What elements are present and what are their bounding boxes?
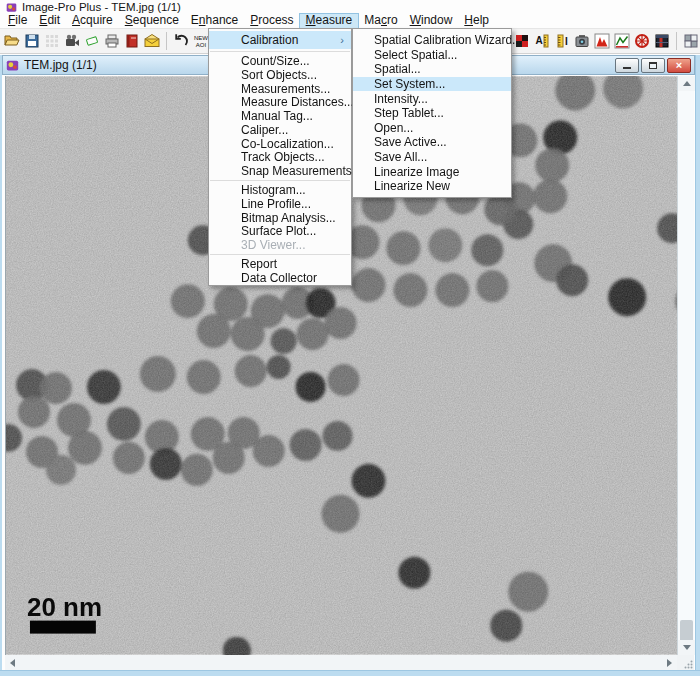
menubar-item-edit[interactable]: Edit (33, 14, 66, 28)
measure-menu-item-calibration[interactable]: Calibration› (209, 31, 351, 49)
calibration-submenu-item-step-tablet[interactable]: Step Tablet... (353, 106, 511, 121)
calibration-submenu-item-save-all[interactable]: Save All... (353, 150, 511, 165)
red-book-icon (124, 33, 140, 49)
measure-menu-item-line-profile[interactable]: Line Profile... (209, 197, 351, 211)
measure-menu-item-surface-plot[interactable]: Surface Plot... (209, 225, 351, 239)
grid-icon (44, 33, 60, 49)
app-window: Image-Pro Plus - TEM.jpg (1/1) FileEditA… (0, 0, 700, 676)
red-wheel-icon (634, 33, 650, 49)
calibration-submenu: Spatial Calibration Wizard...Select Spat… (352, 28, 512, 198)
app-titlebar: Image-Pro Plus - TEM.jpg (1/1) (0, 0, 700, 14)
calibration-submenu-item-spatial-calibration-wizard[interactable]: Spatial Calibration Wizard... (353, 33, 511, 48)
menubar-item-window[interactable]: Window (404, 14, 459, 28)
calibration-submenu-item-label: Linearize New (374, 179, 450, 193)
toolbar-right-group: AI (513, 31, 700, 51)
count-camera-button[interactable] (573, 31, 591, 51)
printer-icon (104, 33, 120, 49)
measure-menu-item-label: Report (241, 257, 277, 271)
measure-menu-item-data-collector[interactable]: Data Collector (209, 271, 351, 285)
measure-menu-item-label: Surface Plot... (241, 224, 316, 238)
menubar-item-measure[interactable]: Measure (300, 14, 359, 28)
menubar-item-acquire[interactable]: Acquire (66, 14, 119, 28)
measure-menu-item-track-objects[interactable]: Track Objects... (209, 151, 351, 165)
measure-menu-item-label: Line Profile... (241, 197, 311, 211)
measure-menu-item-snap-measurements[interactable]: Snap Measurements... (209, 164, 351, 178)
menubar-item-process[interactable]: Process (244, 14, 299, 28)
scroll-down-button[interactable] (678, 640, 695, 655)
grid-button[interactable] (43, 31, 61, 51)
close-button[interactable]: × (667, 58, 691, 73)
arrow-left-icon (10, 659, 15, 667)
calibration-submenu-item-intensity[interactable]: Intensity... (353, 91, 511, 106)
calibration-submenu-item-open[interactable]: Open... (353, 121, 511, 136)
count-camera-icon (574, 33, 590, 49)
calibration-submenu-item-spatial[interactable]: Spatial... (353, 62, 511, 77)
window-frame-left (0, 55, 2, 676)
calibration-submenu-item-linearize-new[interactable]: Linearize New (353, 179, 511, 194)
eraser-button[interactable] (83, 31, 101, 51)
data-table-button[interactable] (653, 31, 671, 51)
calibration-submenu-item-linearize-image[interactable]: Linearize Image (353, 164, 511, 179)
measure-menu-item-label: Caliper... (241, 123, 288, 137)
line-profile-button[interactable] (613, 31, 631, 51)
measure-menu-item-caliper[interactable]: Caliper... (209, 123, 351, 137)
calibration-submenu-item-label: Set System... (374, 77, 445, 91)
vertical-scrollbar-thumb[interactable] (680, 620, 693, 642)
pattern-button[interactable] (682, 31, 700, 51)
measure-menu-item-histogram[interactable]: Histogram... (209, 183, 351, 197)
printer-button[interactable] (103, 31, 121, 51)
resize-grip[interactable] (677, 655, 694, 670)
scale-bar (30, 621, 96, 634)
calibration-submenu-item-set-system[interactable]: Set System... (353, 77, 511, 92)
scale-bar-label: 20 nm (27, 592, 102, 622)
calibration-submenu-item-label: Open... (374, 121, 413, 135)
measure-menu-item-measure-distances[interactable]: Measure Distances... (209, 95, 351, 109)
scroll-left-button[interactable] (5, 655, 20, 670)
minimize-button[interactable] (615, 58, 639, 73)
mail-button[interactable] (143, 31, 161, 51)
red-book-button[interactable] (123, 31, 141, 51)
scroll-right-button[interactable] (662, 655, 677, 670)
measure-a-icon: A (534, 33, 550, 49)
menubar-item-macro[interactable]: Macro (358, 14, 403, 28)
measure-menu-separator (210, 254, 350, 255)
arrow-up-icon (683, 81, 691, 86)
measure-menu-item-measurements[interactable]: Measurements... (209, 82, 351, 96)
measure-menu-item-3d-viewer: 3D Viewer... (209, 238, 351, 252)
measure-menu-item-label: Measurements... (241, 82, 330, 96)
restore-button[interactable] (641, 58, 665, 73)
toolbar-separator (676, 32, 677, 50)
open-folder-button[interactable] (3, 31, 21, 51)
pattern-icon (683, 33, 699, 49)
menubar-item-sequence[interactable]: Sequence (119, 14, 185, 28)
video-camera-button[interactable] (63, 31, 81, 51)
menubar-item-enhance[interactable]: Enhance (185, 14, 244, 28)
scroll-up-button[interactable] (678, 76, 695, 91)
measure-menu-item-report[interactable]: Report (209, 257, 351, 271)
menubar-item-file[interactable]: File (2, 14, 33, 28)
calibration-submenu-item-label: Save Active... (374, 135, 447, 149)
calibration-submenu-item-label: Step Tablet... (374, 106, 444, 120)
measure-menu-item-co-localization[interactable]: Co-Localization... (209, 137, 351, 151)
undo-button[interactable] (172, 31, 190, 51)
red-wheel-button[interactable] (633, 31, 651, 51)
eraser-icon (84, 33, 100, 49)
measure-a-button[interactable]: A (533, 31, 551, 51)
measure-menu-item-sort-objects[interactable]: Sort Objects... (209, 68, 351, 82)
measure-menu-item-count-size[interactable]: Count/Size... (209, 54, 351, 68)
measure-menu-item-manual-tag[interactable]: Manual Tag... (209, 109, 351, 123)
document-icon (6, 59, 19, 72)
data-table-icon (654, 33, 670, 49)
calibration-submenu-item-save-active[interactable]: Save Active... (353, 135, 511, 150)
calibration-submenu-item-select-spatial[interactable]: Select Spatial... (353, 48, 511, 63)
measure-menu-item-bitmap-analysis[interactable]: Bitmap Analysis... (209, 211, 351, 225)
measure-i-button[interactable]: I (553, 31, 571, 51)
save-button[interactable] (23, 31, 41, 51)
calibration-submenu-item-label: Intensity... (374, 92, 428, 106)
histogram-button[interactable] (593, 31, 611, 51)
menubar-item-help[interactable]: Help (458, 14, 495, 28)
vertical-scrollbar[interactable] (677, 76, 694, 655)
window-frame-bottom (0, 670, 700, 676)
horizontal-scrollbar[interactable] (5, 655, 677, 670)
calibration-submenu-item-label: Spatial... (374, 62, 421, 76)
